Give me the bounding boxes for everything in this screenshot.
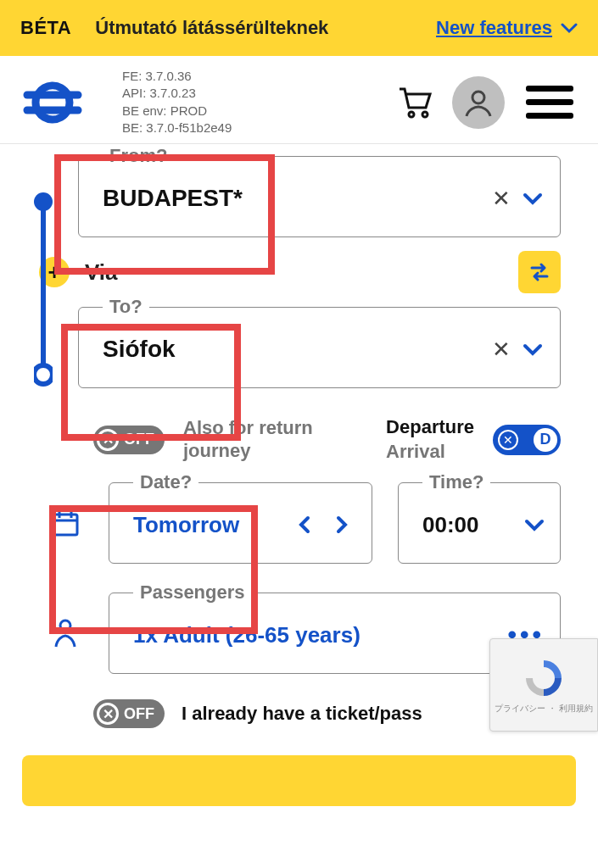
svg-point-0 xyxy=(409,112,414,117)
mav-logo[interactable] xyxy=(22,74,103,131)
svg-point-2 xyxy=(472,92,484,103)
chevron-down-icon[interactable] xyxy=(523,192,543,205)
svg-point-1 xyxy=(422,112,428,117)
svg-rect-6 xyxy=(53,515,77,535)
swap-stations-button[interactable] xyxy=(518,251,561,293)
close-icon: ✕ xyxy=(97,429,119,451)
search-button[interactable] xyxy=(22,755,576,806)
chevron-right-icon xyxy=(335,515,349,534)
time-value: 00:00 xyxy=(422,512,479,538)
recaptcha-icon xyxy=(521,655,567,701)
new-features-label: New features xyxy=(436,17,552,39)
svg-point-5 xyxy=(34,365,53,384)
chevron-down-icon xyxy=(561,22,578,34)
chevron-down-icon[interactable] xyxy=(523,342,543,356)
close-icon: ✕ xyxy=(97,703,119,725)
from-field[interactable]: From? BUDAPEST* ✕ xyxy=(78,156,561,237)
accessibility-guide-link[interactable]: Útmutató látássérülteknek xyxy=(95,17,328,39)
date-prev-button[interactable] xyxy=(290,510,319,539)
beta-banner: BÉTA Útmutató látássérülteknek New featu… xyxy=(0,0,598,56)
recaptcha-badge: プライバシー ・ 利用規約 xyxy=(489,638,598,732)
api-version: API: 3.7.0.23 xyxy=(122,85,232,102)
be-env: BE env: PROD xyxy=(122,103,232,120)
chevron-down-icon[interactable] xyxy=(524,518,545,531)
calendar-icon xyxy=(48,482,83,564)
fe-version: FE: 3.7.0.36 xyxy=(122,68,232,85)
hamburger-menu-icon[interactable] xyxy=(523,82,576,123)
departure-arrival-toggle[interactable]: ✕ D xyxy=(493,425,561,455)
date-next-button[interactable] xyxy=(327,510,356,539)
via-label: Via xyxy=(85,259,118,286)
via-row: + Via xyxy=(39,249,561,295)
new-features-link[interactable]: New features xyxy=(436,17,578,39)
beta-badge: BÉTA xyxy=(20,17,71,39)
datetime-row: Date? Tomorrow Time? 00:00 xyxy=(48,482,561,564)
departure-arrival-labels: Departure Arrival xyxy=(386,415,474,464)
cart-icon[interactable] xyxy=(396,84,433,121)
have-ticket-toggle[interactable]: ✕ OFF xyxy=(93,699,165,728)
have-ticket-label: I already have a ticket/pass xyxy=(182,703,422,725)
person-icon xyxy=(48,593,83,674)
from-clear-icon[interactable]: ✕ xyxy=(492,186,511,212)
search-form: From? BUDAPEST* ✕ + Via To? Siófok ✕ ✕ O… xyxy=(0,144,598,737)
passengers-label: Passengers xyxy=(133,581,252,604)
toggle-off-label: OFF xyxy=(124,705,154,723)
return-journey-label: Also for return journey xyxy=(183,417,319,462)
close-icon: ✕ xyxy=(498,430,518,450)
return-journey-toggle[interactable]: ✕ OFF xyxy=(93,426,165,454)
to-clear-icon[interactable]: ✕ xyxy=(492,337,511,363)
route-line-icon xyxy=(34,190,53,393)
to-label: To? xyxy=(103,296,149,318)
from-value: BUDAPEST* xyxy=(103,185,492,212)
recaptcha-terms[interactable]: プライバシー ・ 利用規約 xyxy=(495,703,593,715)
time-field[interactable]: Time? 00:00 xyxy=(398,482,561,564)
toggle-d-label: D xyxy=(534,428,557,452)
svg-point-4 xyxy=(34,192,53,211)
date-label: Date? xyxy=(133,471,198,493)
time-label: Time? xyxy=(422,471,490,493)
app-header: FE: 3.7.0.36 API: 3.7.0.23 BE env: PROD … xyxy=(0,56,598,144)
account-icon[interactable] xyxy=(452,76,505,129)
date-value: Tomorrow xyxy=(133,512,290,538)
be-version: BE: 3.7.0-f51b2e49 xyxy=(122,120,232,136)
passengers-value: 1x Adult (26-65 years) xyxy=(133,622,507,648)
swap-icon xyxy=(527,259,552,285)
to-field[interactable]: To? Siófok ✕ xyxy=(78,307,561,388)
date-field[interactable]: Date? Tomorrow xyxy=(109,482,372,564)
from-label: From? xyxy=(103,145,174,167)
passengers-row: Passengers 1x Adult (26-65 years) ••• xyxy=(48,593,561,674)
to-value: Siófok xyxy=(103,336,492,363)
departure-label: Departure xyxy=(386,415,474,440)
arrival-label: Arrival xyxy=(386,440,474,465)
svg-point-7 xyxy=(60,620,70,631)
toggle-off-label: OFF xyxy=(124,431,154,448)
options-row: ✕ OFF Also for return journey Departure … xyxy=(93,415,561,464)
version-info: FE: 3.7.0.36 API: 3.7.0.23 BE env: PROD … xyxy=(122,68,232,136)
chevron-left-icon xyxy=(298,515,311,534)
